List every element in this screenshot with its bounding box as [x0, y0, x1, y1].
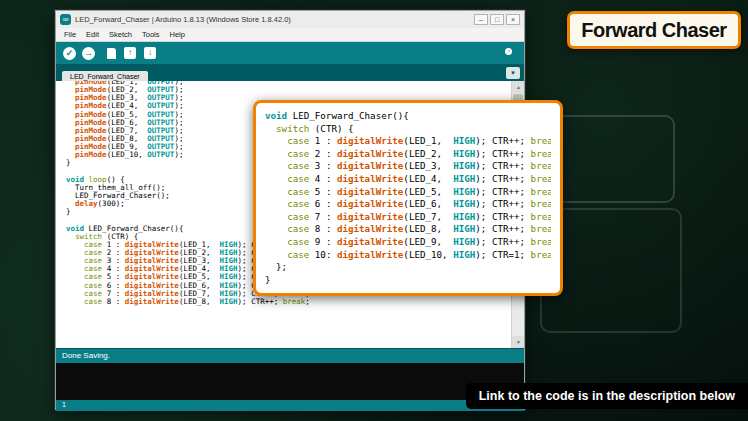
serial-monitor-button[interactable]: [504, 47, 516, 59]
code-line: case 8 : digitalWrite(LED_8, HIGH); CTR+…: [66, 298, 510, 306]
close-button[interactable]: ×: [506, 14, 520, 25]
menu-bar: File Edit Sketch Tools Help: [56, 28, 524, 42]
code-line: case 1 : digitalWrite(LED_1, HIGH); CTR+…: [265, 135, 551, 148]
callout-code: void LED_Forward_Chaser(){ switch (CTR) …: [265, 110, 551, 286]
code-line: case 10: digitalWrite(LED_10, HIGH); CTR…: [265, 249, 551, 262]
code-line: case 9 : digitalWrite(LED_9, HIGH); CTR+…: [265, 236, 551, 249]
tab-menu-button[interactable]: ▼: [506, 67, 520, 79]
save-button[interactable]: ↓: [144, 47, 156, 59]
minimize-button[interactable]: –: [474, 14, 488, 25]
arduino-app-icon: ∞: [60, 14, 71, 25]
code-line: case 4 : digitalWrite(LED_4, HIGH); CTR+…: [265, 173, 551, 186]
menu-sketch[interactable]: Sketch: [104, 30, 137, 39]
save-icon: ↓: [148, 48, 152, 57]
toolbar: ✓ → ↑ ↓: [56, 42, 524, 64]
open-button[interactable]: ↑: [124, 47, 136, 59]
window-titlebar[interactable]: ∞ LED_Forward_Chaser | Arduino 1.8.13 (W…: [56, 11, 524, 28]
thumbnail-background: ∞ LED_Forward_Chaser | Arduino 1.8.13 (W…: [0, 0, 748, 421]
code-line: case 8 : digitalWrite(LED_8, HIGH); CTR+…: [265, 223, 551, 236]
cursor-line-indicator: 1: [62, 401, 66, 408]
serial-monitor-icon: [505, 48, 512, 55]
magnifier-handle: [506, 50, 511, 55]
code-line: };: [265, 261, 551, 274]
console-output: [56, 363, 524, 400]
window-title: LED_Forward_Chaser | Arduino 1.8.13 (Win…: [75, 15, 291, 24]
verify-icon: ✓: [66, 48, 74, 58]
menu-edit[interactable]: Edit: [81, 30, 104, 39]
code-line: case 2 : digitalWrite(LED_2, HIGH); CTR+…: [265, 148, 551, 161]
code-line: case 3 : digitalWrite(LED_3, HIGH); CTR+…: [265, 160, 551, 173]
scroll-up-icon[interactable]: ▲: [512, 81, 524, 93]
verify-button[interactable]: ✓: [63, 47, 76, 60]
code-line: switch (CTR) {: [265, 123, 551, 136]
upload-button[interactable]: →: [82, 47, 95, 60]
menu-file[interactable]: File: [59, 30, 81, 39]
code-line: }: [265, 274, 551, 287]
code-line: case 6 : digitalWrite(LED_6, HIGH); CTR+…: [265, 198, 551, 211]
tab-led-forward-chaser[interactable]: LED_Forward_Chaser: [62, 71, 148, 81]
upload-icon: →: [84, 48, 93, 58]
code-callout: void LED_Forward_Chaser(){ switch (CTR) …: [253, 100, 563, 296]
title-banner: Forward Chaser: [567, 11, 741, 49]
description-note-text: Link to the code is in the description b…: [479, 389, 735, 403]
menu-help[interactable]: Help: [164, 30, 189, 39]
code-line: void LED_Forward_Chaser(){: [265, 110, 551, 123]
status-message: Done Saving.: [56, 348, 524, 363]
maximize-button[interactable]: □: [490, 14, 504, 25]
status-bar: 1 Arduino Uno: [56, 400, 524, 411]
window-controls: – □ ×: [474, 14, 520, 25]
banner-title: Forward Chaser: [581, 19, 726, 42]
new-sketch-button[interactable]: [107, 48, 116, 59]
code-line: case 5 : digitalWrite(LED_5, HIGH); CTR+…: [265, 186, 551, 199]
menu-tools[interactable]: Tools: [137, 30, 165, 39]
open-icon: ↑: [128, 48, 132, 57]
description-note: Link to the code is in the description b…: [466, 383, 748, 409]
scroll-down-icon[interactable]: ▼: [512, 336, 524, 348]
tab-bar: LED_Forward_Chaser ▼: [56, 64, 524, 81]
code-line: case 7 : digitalWrite(LED_7, HIGH); CTR+…: [265, 211, 551, 224]
